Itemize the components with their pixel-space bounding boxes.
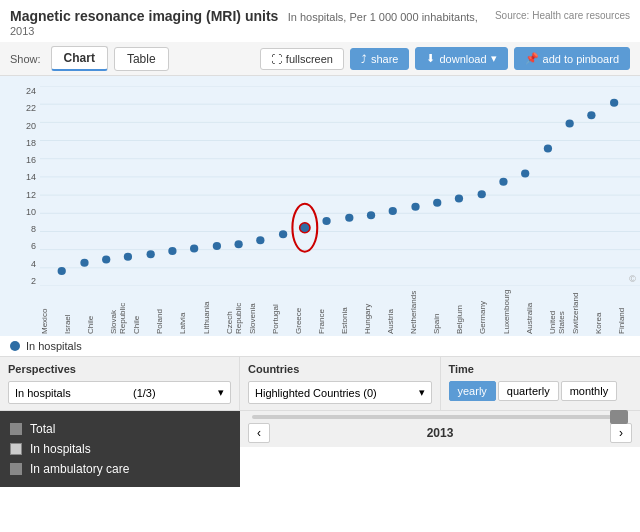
svg-point-13	[80, 259, 88, 267]
chart-legend: In hospitals	[0, 336, 640, 357]
perspectives-panel: Perspectives In hospitals (1/3) ▾ Total …	[0, 357, 240, 487]
svg-point-20	[234, 240, 242, 248]
pinboard-button[interactable]: 📌 add to pinboard	[514, 47, 630, 70]
quarterly-button[interactable]: quarterly	[498, 381, 559, 401]
svg-point-30	[433, 199, 441, 207]
time-slider-row: ‹ 2013 ›	[240, 411, 640, 447]
perspective-hospitals-item[interactable]: In hospitals	[10, 439, 230, 459]
countries-control: Countries Highlighted Countries (0) ▾	[240, 357, 441, 410]
source-text: Source: Health care resources	[495, 10, 630, 21]
time-buttons: yearly quarterly monthly	[449, 381, 633, 401]
perspectives-select[interactable]: In hospitals (1/3) ▾	[8, 381, 231, 404]
download-icon: ⬇	[426, 52, 435, 65]
svg-point-34	[521, 170, 529, 178]
svg-point-36	[566, 120, 574, 128]
perspectives-value: In hospitals	[15, 387, 71, 399]
share-button[interactable]: ⤴ share	[350, 48, 410, 70]
svg-point-18	[190, 245, 198, 253]
svg-point-23	[300, 223, 310, 233]
svg-point-33	[499, 178, 507, 186]
svg-point-14	[102, 255, 110, 263]
monthly-button[interactable]: monthly	[561, 381, 618, 401]
perspective-total-item[interactable]: Total	[10, 419, 230, 439]
svg-point-22	[279, 230, 287, 238]
next-year-button[interactable]: ›	[610, 423, 632, 443]
ambulatory-checkbox[interactable]	[10, 463, 22, 475]
countries-arrow-icon: ▾	[419, 386, 425, 399]
time-slider-thumb[interactable]	[610, 410, 628, 424]
copyright-symbol: ©	[629, 274, 636, 284]
y-axis: 24 22 20 18 16 14 12 10 8 6 4 2	[0, 86, 40, 286]
pin-icon: 📌	[525, 52, 539, 65]
x-axis-labels: Mexico Israel Chile Slovak Republic Chil…	[40, 286, 640, 336]
countries-select[interactable]: Highlighted Countries (0) ▾	[248, 381, 432, 404]
svg-point-38	[610, 99, 618, 107]
dropdown-arrow-icon: ▾	[491, 52, 497, 65]
svg-point-27	[367, 211, 375, 219]
prev-year-button[interactable]: ‹	[248, 423, 270, 443]
countries-value: Highlighted Countries (0)	[255, 387, 377, 399]
legend-dot	[10, 341, 20, 351]
svg-point-12	[58, 267, 66, 275]
svg-point-15	[124, 253, 132, 261]
perspectives-label: Perspectives	[8, 363, 231, 375]
svg-point-32	[478, 190, 486, 198]
year-display: 2013	[427, 426, 454, 440]
svg-point-31	[455, 195, 463, 203]
toolbar: Show: Chart Table ⛶ fullscreen ⤴ share ⬇…	[0, 42, 640, 76]
fullscreen-button[interactable]: ⛶ fullscreen	[260, 48, 344, 70]
page-title: Magnetic resonance imaging (MRI) units	[10, 8, 278, 24]
perspectives-badge: (1/3)	[133, 387, 156, 399]
yearly-button[interactable]: yearly	[449, 381, 496, 401]
time-slider-track[interactable]	[252, 415, 628, 419]
fullscreen-icon: ⛶	[271, 53, 282, 65]
hospitals-checkbox[interactable]	[10, 443, 22, 455]
table-tab[interactable]: Table	[114, 47, 169, 71]
svg-point-29	[411, 203, 419, 211]
time-control: Time yearly quarterly monthly	[441, 357, 641, 410]
svg-point-17	[168, 247, 176, 255]
page-header: Source: Health care resources Magnetic r…	[0, 0, 640, 42]
ambulatory-label: In ambulatory care	[30, 462, 129, 476]
svg-point-35	[544, 145, 552, 153]
svg-point-25	[322, 217, 330, 225]
controls-row: Countries Highlighted Countries (0) ▾ Ti…	[240, 357, 640, 411]
bottom-controls: Perspectives In hospitals (1/3) ▾ Total …	[0, 357, 640, 487]
show-label: Show:	[10, 53, 41, 65]
scatter-chart	[40, 86, 640, 286]
share-icon: ⤴	[361, 53, 367, 65]
slider-container	[248, 415, 632, 419]
svg-point-28	[389, 207, 397, 215]
legend-label: In hospitals	[26, 340, 82, 352]
svg-point-37	[587, 111, 595, 119]
year-nav: ‹ 2013 ›	[248, 423, 632, 443]
perspectives-control: Perspectives In hospitals (1/3) ▾	[0, 357, 240, 411]
right-controls: Countries Highlighted Countries (0) ▾ Ti…	[240, 357, 640, 487]
total-checkbox[interactable]	[10, 423, 22, 435]
total-label: Total	[30, 422, 55, 436]
perspectives-arrow-icon: ▾	[218, 386, 224, 399]
countries-label: Countries	[248, 363, 432, 375]
svg-point-16	[147, 250, 155, 258]
perspective-ambulatory-item[interactable]: In ambulatory care	[10, 459, 230, 479]
chart-area: 24 22 20 18 16 14 12 10 8 6 4 2	[0, 76, 640, 336]
perspectives-dropdown: Total In hospitals In ambulatory care	[0, 411, 240, 487]
svg-point-26	[345, 214, 353, 222]
hospitals-label: In hospitals	[30, 442, 91, 456]
svg-point-21	[256, 236, 264, 244]
download-button[interactable]: ⬇ download ▾	[415, 47, 507, 70]
svg-point-19	[213, 242, 221, 250]
time-label: Time	[449, 363, 633, 375]
chart-tab[interactable]: Chart	[51, 46, 108, 71]
